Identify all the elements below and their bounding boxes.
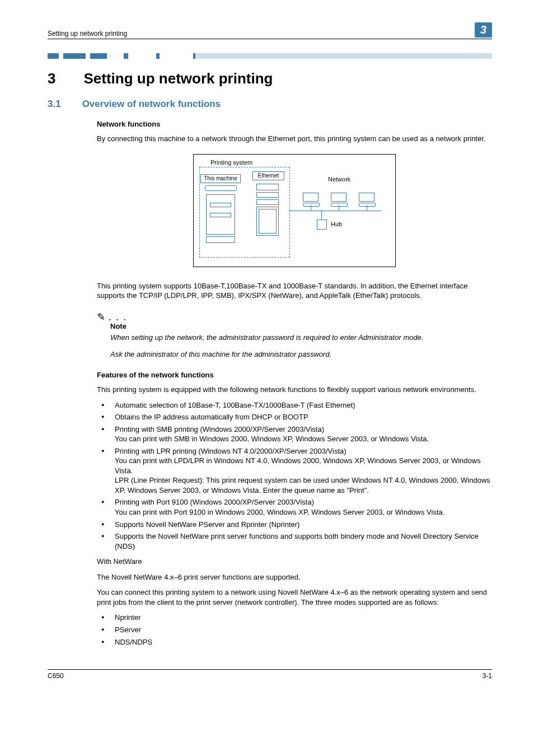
diagram-label-hub: Hub <box>331 221 342 227</box>
network-functions-heading: Network functions <box>97 120 492 128</box>
list-item: NDS/NDPS <box>97 637 492 647</box>
list-item: Obtains the IP address automatically fro… <box>97 412 492 422</box>
list-item: Printing with SMB printing (Windows 2000… <box>97 424 492 444</box>
list-item: Nprinter <box>97 613 492 623</box>
netware-heading: With NetWare <box>97 557 492 567</box>
note-line1: When setting up the network, the adminis… <box>110 333 492 343</box>
diagram-label-printing-system: Printing system <box>210 159 252 166</box>
printer-icon <box>205 185 238 244</box>
netware-connect: You can connect this printing system to … <box>97 587 492 607</box>
standards-paragraph: This printing system supports 10Base-T,1… <box>97 281 492 301</box>
chapter-number-badge: 3 <box>475 22 492 38</box>
netware-modes-list: Nprinter PServer NDS/NDPS <box>97 613 492 647</box>
note-label: Note <box>110 322 492 330</box>
page-footer: C650 3-1 <box>48 669 492 680</box>
note-line2: Ask the administrator of this machine fo… <box>110 349 492 360</box>
section-title-text: Overview of network functions <box>82 99 221 110</box>
chapter-number: 3 <box>48 70 55 87</box>
diagram-label-this-machine: This machine <box>200 174 241 183</box>
note-block: ✎ . . . Note When setting up the network… <box>97 311 492 360</box>
chapter-title-text: Setting up network printing <box>83 70 273 87</box>
section-number: 3.1 <box>48 99 61 110</box>
diagram-label-network: Network <box>328 176 350 183</box>
note-icon: ✎ <box>97 311 105 323</box>
list-item: Printing with Port 9100 (Windows 2000/XP… <box>97 497 492 517</box>
chapter-title: 3 Setting up network printing <box>48 70 492 87</box>
list-item: Supports Novell NetWare PServer and Rpri… <box>97 520 492 530</box>
features-intro: This printing system is equipped with th… <box>97 385 492 395</box>
features-list: Automatic selection of 10Base-T, 100Base… <box>97 400 492 552</box>
list-item: PServer <box>97 625 492 635</box>
decorative-bars <box>48 53 492 59</box>
page-header: Setting up network printing 3 <box>48 22 492 39</box>
server-icon <box>256 184 279 236</box>
running-head: Setting up network printing <box>48 30 127 38</box>
diagram-label-ethernet: Ethernet <box>252 171 284 180</box>
network-functions-intro: By connecting this machine to a network … <box>97 134 492 144</box>
netware-support: The Novell NetWare 4.x–6 print server fu… <box>97 572 492 582</box>
list-item: Automatic selection of 10Base-T, 100Base… <box>97 400 492 410</box>
section-title: 3.1 Overview of network functions <box>48 99 492 110</box>
network-diagram: Printing system This machine Ethernet Ne… <box>193 154 396 267</box>
footer-right: 3-1 <box>483 672 492 680</box>
footer-left: C650 <box>48 672 64 680</box>
list-item: Printing with LPR printing (Windows NT 4… <box>97 446 492 496</box>
note-dots: . . . <box>105 314 128 322</box>
features-heading: Features of the network functions <box>97 371 492 379</box>
list-item: Supports the Novell NetWare print server… <box>97 531 492 551</box>
hub-icon <box>317 220 327 230</box>
